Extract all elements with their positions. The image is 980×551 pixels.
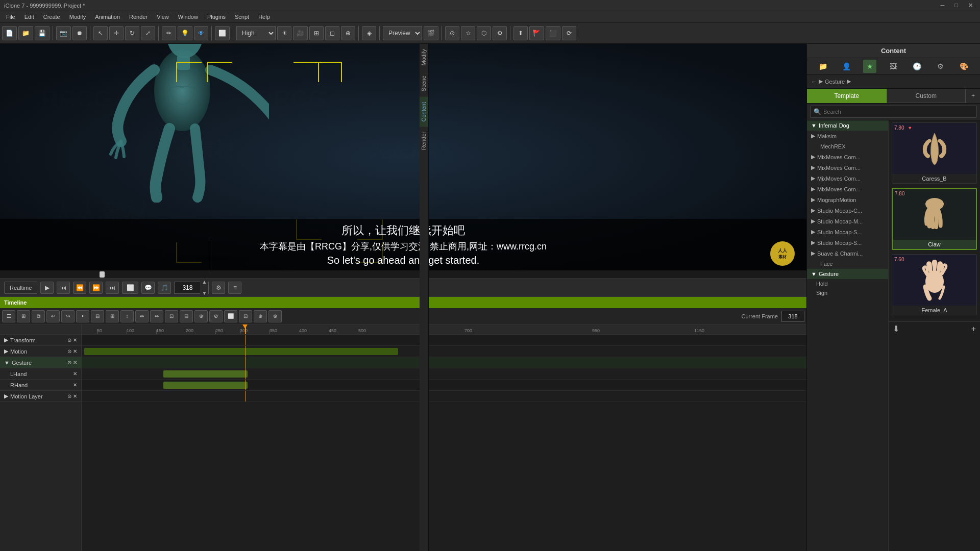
- minimize-btn[interactable]: ─: [938, 2, 948, 9]
- icon8[interactable]: ⟳: [562, 26, 576, 40]
- tl-icon1[interactable]: ☰: [2, 310, 15, 322]
- preview-thumb-claw[interactable]: 7.80: [893, 189, 976, 240]
- quality-select[interactable]: High Medium Low: [236, 26, 276, 40]
- icon-star[interactable]: ★: [863, 60, 876, 73]
- close-btn[interactable]: ✕: [965, 2, 976, 9]
- gesture-group-mm1[interactable]: ▶MixMoves Com...: [807, 152, 888, 162]
- bubble-btn[interactable]: 💬: [141, 282, 155, 294]
- viewport[interactable]: RRCG 人人素材 RRCG 人人素材 人人素材 RRCG 人人素材: [0, 44, 806, 270]
- tl-icon3[interactable]: ⧉: [32, 310, 45, 322]
- select-btn[interactable]: ↖: [93, 26, 108, 40]
- gesture-group-gesture[interactable]: ▼Gesture: [807, 269, 888, 279]
- icon5[interactable]: ⬆: [513, 26, 528, 40]
- menu-help[interactable]: Help: [254, 13, 274, 21]
- new-btn[interactable]: 📄: [2, 26, 17, 40]
- open-btn[interactable]: 📁: [18, 26, 33, 40]
- track-motion-layer[interactable]: ▶Motion Layer ⊙ ✕: [0, 391, 81, 402]
- gesture-group-sc3[interactable]: ▶Studio Mocap-S...: [807, 227, 888, 237]
- preview-select[interactable]: Preview: [383, 26, 422, 40]
- tl-icon10[interactable]: ⇔: [135, 310, 149, 322]
- move-btn[interactable]: ✛: [109, 26, 124, 40]
- side-render[interactable]: Render: [420, 127, 428, 155]
- tl-icon14[interactable]: ⊕: [194, 310, 208, 322]
- icon-folder[interactable]: 📁: [816, 60, 829, 73]
- eye-btn[interactable]: 👁: [194, 26, 208, 40]
- paint-btn[interactable]: ✏: [162, 26, 176, 40]
- maximize-btn[interactable]: □: [951, 2, 961, 9]
- tl-icon19[interactable]: ⊗: [268, 310, 282, 322]
- light-btn[interactable]: 💡: [178, 26, 192, 40]
- side-scene[interactable]: Scene: [420, 70, 428, 96]
- back-btn[interactable]: ←: [811, 79, 817, 85]
- tab-custom[interactable]: Custom: [887, 89, 966, 103]
- icon3[interactable]: ⬡: [477, 26, 491, 40]
- gesture-sign[interactable]: Sign: [807, 288, 888, 297]
- grid-btn[interactable]: ⊞: [309, 26, 324, 40]
- settings-btn[interactable]: ⚙: [212, 282, 225, 294]
- search-input[interactable]: [823, 109, 973, 115]
- tl-icon17[interactable]: ⊡: [239, 310, 252, 322]
- track-transform[interactable]: ▶Transform ⊙ ✕: [0, 335, 81, 346]
- track-lhand[interactable]: LHand ✕: [0, 368, 81, 380]
- preview-thumb-caress[interactable]: 7.80 ♥: [892, 123, 976, 174]
- title-bar-controls[interactable]: ─ □ ✕: [938, 2, 976, 9]
- icon1[interactable]: ⊙: [445, 26, 459, 40]
- camera-btn[interactable]: 🎥: [293, 26, 308, 40]
- menu-file[interactable]: File: [2, 13, 19, 21]
- icon6[interactable]: 🚩: [529, 26, 544, 40]
- icon-avatar[interactable]: 👤: [840, 60, 853, 73]
- gesture-group-infernal-dog[interactable]: ▼Infernal Dog: [807, 120, 888, 131]
- tl-icon4[interactable]: ↩: [46, 310, 60, 322]
- tl-icon18[interactable]: ⊕: [254, 310, 267, 322]
- download-icon[interactable]: ⬇: [893, 324, 899, 334]
- gesture-group-sc4[interactable]: ▶Studio Mocap-S...: [807, 237, 888, 248]
- track-content[interactable]: 50 100 150 200 250 300 350 400 450: [82, 324, 806, 551]
- menu-render[interactable]: Render: [125, 13, 152, 21]
- scale-btn[interactable]: ⤢: [141, 26, 155, 40]
- shader-btn[interactable]: ◈: [362, 26, 376, 40]
- track-gesture[interactable]: ▼Gesture ⊙ ✕: [0, 357, 81, 368]
- list-btn[interactable]: ≡: [228, 282, 241, 294]
- capture-btn[interactable]: 📷: [56, 26, 71, 40]
- track-rhand[interactable]: RHand ✕: [0, 380, 81, 391]
- sun-btn[interactable]: ☀: [277, 26, 291, 40]
- frame-input[interactable]: 318: [175, 284, 200, 291]
- step-first-btn[interactable]: ⏮: [57, 282, 70, 294]
- tl-icon2[interactable]: ⊞: [17, 310, 30, 322]
- tab-plus-btn[interactable]: +: [966, 89, 980, 103]
- tl-icon9[interactable]: ↕: [120, 310, 134, 322]
- save-btn[interactable]: 💾: [35, 26, 50, 40]
- icon4[interactable]: ⚙: [493, 26, 507, 40]
- frame-stepper[interactable]: 318 ▲ ▼: [174, 282, 209, 294]
- step-fwd-btn[interactable]: ⏩: [89, 282, 103, 294]
- gesture-group-mechrex[interactable]: MechREX: [807, 141, 888, 152]
- step-back-btn[interactable]: ⏪: [73, 282, 86, 294]
- track-motion[interactable]: ▶Motion ⊙ ✕: [0, 346, 81, 357]
- tl-frame-input[interactable]: 318: [781, 311, 804, 322]
- video-btn[interactable]: 🎬: [424, 26, 438, 40]
- menu-create[interactable]: Create: [39, 13, 64, 21]
- add-icon[interactable]: +: [971, 324, 976, 334]
- tl-icon11[interactable]: ⇔: [150, 310, 163, 322]
- scrubber-thumb[interactable]: [100, 271, 105, 278]
- tl-icon12[interactable]: ⊡: [165, 310, 178, 322]
- icon-image[interactable]: 🖼: [887, 60, 900, 73]
- menu-plugins[interactable]: Plugins: [203, 13, 230, 21]
- icon2[interactable]: ☆: [461, 26, 475, 40]
- gesture-group-mm3[interactable]: ▶MixMoves Com...: [807, 173, 888, 184]
- tl-icon13[interactable]: ⊟: [180, 310, 193, 322]
- tl-icon8[interactable]: ⊞: [106, 310, 119, 322]
- gesture-group-face[interactable]: Face: [807, 259, 888, 269]
- gesture-group-sc1[interactable]: ▶Studio Mocap-C...: [807, 205, 888, 216]
- menu-edit[interactable]: Edit: [20, 13, 38, 21]
- axis-btn[interactable]: ⊕: [341, 26, 355, 40]
- icon7[interactable]: ⬛: [546, 26, 560, 40]
- tl-icon16[interactable]: ⬜: [224, 310, 237, 322]
- menu-window[interactable]: Window: [174, 13, 202, 21]
- tl-icon5[interactable]: ↪: [61, 310, 75, 322]
- realtime-btn[interactable]: Realtime: [4, 282, 37, 294]
- gesture-group-mm2[interactable]: ▶MixMoves Com...: [807, 162, 888, 173]
- tl-icon6[interactable]: •: [76, 310, 89, 322]
- audio-btn[interactable]: 🎵: [158, 282, 171, 294]
- rotate-btn[interactable]: ↻: [125, 26, 139, 40]
